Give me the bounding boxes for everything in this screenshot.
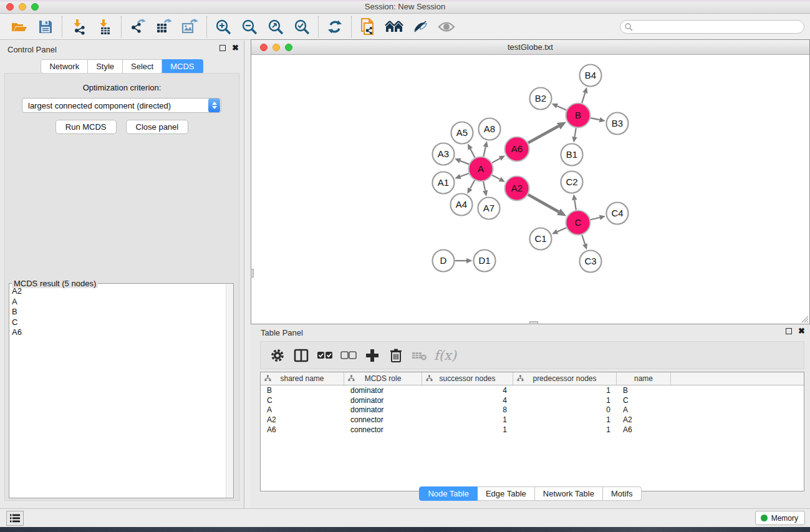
network-canvas[interactable]: AA6A2BCA5A8A3A1A4A7B2B4B3B1C2C4C1C3DD1 [251, 56, 809, 324]
graph-node-A3[interactable]: A3 [433, 143, 455, 165]
export-table-button[interactable] [151, 16, 177, 38]
float-table-panel-icon[interactable] [786, 328, 792, 334]
column-header-shared-name[interactable]: shared name [261, 372, 344, 385]
graph-node-A2[interactable]: A2 [505, 177, 529, 201]
function-builder-button[interactable]: f(x) [434, 348, 456, 363]
table-row[interactable]: Bdominator41B [261, 385, 804, 395]
tab-motifs[interactable]: Motifs [603, 486, 642, 501]
graph-edge[interactable] [528, 126, 559, 143]
graph-edge[interactable] [470, 149, 475, 158]
run-mcds-button[interactable]: Run MCDS [55, 120, 117, 134]
graph-edge[interactable] [591, 118, 600, 120]
column-header-predecessor-nodes[interactable]: predecessor nodes [513, 372, 617, 385]
delete-table-button[interactable] [408, 344, 432, 367]
graph-node-A5[interactable]: A5 [451, 122, 473, 144]
result-list-item[interactable]: A2 [9, 286, 226, 297]
tab-mcds[interactable]: MCDS [162, 59, 203, 74]
export-network-button[interactable] [125, 16, 151, 38]
close-table-panel-icon[interactable]: ✖ [798, 328, 805, 334]
graph-node-D[interactable]: D [433, 250, 455, 272]
table-row[interactable]: Adominator80A [261, 405, 804, 415]
tab-node-table[interactable]: Node Table [419, 486, 478, 501]
graph-node-A6[interactable]: A6 [505, 137, 529, 162]
zoom-out-button[interactable] [236, 16, 263, 38]
graph-node-B3[interactable]: B3 [607, 113, 629, 135]
tab-style[interactable]: Style [88, 59, 123, 74]
tab-edge-table[interactable]: Edge Table [478, 486, 535, 501]
select-all-button[interactable] [313, 344, 337, 367]
graph-node-A7[interactable]: A7 [478, 198, 500, 220]
task-history-button[interactable] [6, 511, 24, 526]
graph-edge[interactable] [492, 175, 500, 180]
network-window-titlebar[interactable]: testGlobe.txt [251, 40, 809, 55]
graph-node-A1[interactable]: A1 [433, 172, 455, 194]
graph-node-C2[interactable]: C2 [561, 172, 583, 193]
graph-node-C[interactable]: C [566, 211, 591, 235]
graph-edge[interactable] [460, 161, 469, 165]
splitter-grip[interactable] [251, 269, 254, 278]
graph-edge[interactable] [470, 180, 475, 189]
import-table-button[interactable] [92, 16, 118, 38]
save-session-button[interactable] [32, 16, 59, 38]
graph-edge[interactable] [460, 173, 469, 177]
search-input[interactable] [633, 22, 804, 31]
graph-node-D1[interactable]: D1 [474, 250, 496, 272]
zoom-selected-button[interactable] [289, 16, 315, 38]
result-list-item[interactable]: C [9, 317, 226, 328]
zoom-in-button[interactable] [210, 16, 236, 38]
graph-edge[interactable] [483, 181, 485, 191]
hide-graphics-details-button[interactable] [407, 16, 433, 38]
graph-node-A8[interactable]: A8 [479, 118, 501, 140]
graph-edge[interactable] [492, 158, 500, 163]
tab-select[interactable]: Select [123, 59, 162, 74]
close-panel-icon[interactable]: ✖ [232, 45, 239, 51]
close-panel-button[interactable]: Close panel [126, 120, 189, 134]
deselect-all-button[interactable] [337, 344, 360, 367]
float-panel-icon[interactable] [219, 45, 226, 51]
tab-network-table[interactable]: Network Table [535, 486, 603, 501]
table-row[interactable]: A2connector11A2 [261, 415, 804, 425]
table-row[interactable]: A6connector11A6 [261, 425, 804, 435]
resize-grip-icon[interactable] [800, 314, 809, 323]
graph-edge[interactable] [582, 235, 585, 244]
result-scrollbar[interactable] [226, 284, 233, 498]
node-table[interactable]: shared nameMCDS rolesuccessor nodesprede… [260, 372, 804, 491]
graph-node-B2[interactable]: B2 [530, 88, 552, 110]
import-network-button[interactable] [65, 16, 92, 38]
graph-edge[interactable] [483, 147, 485, 157]
new-network-from-selection-button[interactable] [355, 16, 381, 38]
apply-layout-button[interactable] [322, 16, 348, 38]
graph-edge[interactable] [591, 218, 600, 220]
memory-button[interactable]: Memory [755, 511, 805, 525]
result-list-item[interactable]: B [9, 307, 226, 317]
graph-node-B[interactable]: B [566, 104, 591, 128]
open-session-button[interactable] [6, 16, 32, 38]
column-header-name[interactable]: name [617, 372, 671, 385]
delete-column-button[interactable] [384, 344, 408, 367]
column-header-MCDS-role[interactable]: MCDS role [344, 372, 422, 385]
export-image-button[interactable] [177, 16, 203, 38]
result-list-item[interactable]: A [9, 297, 226, 307]
graph-edge[interactable] [575, 128, 576, 137]
tab-network[interactable]: Network [41, 59, 88, 74]
graph-edge[interactable] [557, 228, 567, 231]
table-row[interactable]: Cdominator41C [261, 395, 804, 405]
graph-node-B1[interactable]: B1 [561, 144, 583, 166]
table-settings-button[interactable] [266, 344, 289, 367]
add-column-button[interactable] [360, 344, 384, 367]
zoom-fit-button[interactable] [263, 16, 289, 38]
graph-node-A4[interactable]: A4 [451, 194, 473, 216]
graph-edge[interactable] [574, 200, 576, 210]
show-columns-button[interactable] [289, 344, 313, 367]
result-list-item[interactable]: A6 [9, 327, 226, 338]
first-neighbors-button[interactable] [381, 16, 407, 38]
graph-edge[interactable] [557, 106, 566, 110]
graph-node-A[interactable]: A [469, 157, 493, 181]
graph-edge[interactable] [582, 93, 585, 104]
graph-node-C3[interactable]: C3 [580, 251, 602, 273]
graph-node-B4[interactable]: B4 [580, 65, 602, 87]
show-graphics-details-button[interactable] [433, 16, 460, 38]
graph-edge[interactable] [528, 195, 559, 212]
criterion-dropdown[interactable]: largest connected component (directed) [22, 98, 221, 113]
graph-node-C1[interactable]: C1 [530, 228, 552, 250]
